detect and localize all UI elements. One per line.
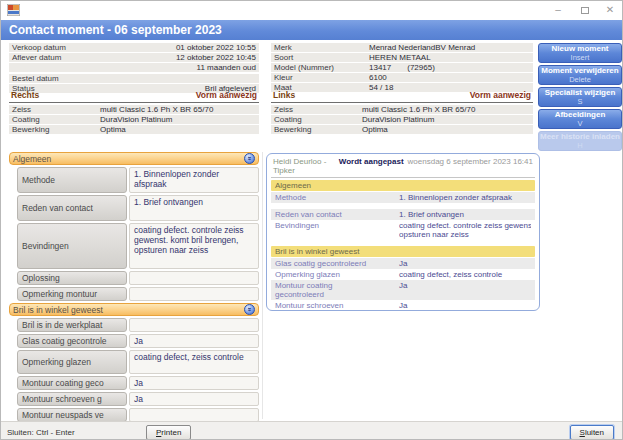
lens-status-badge: Vorm aanwezig [196,90,257,100]
nieuw-moment-button[interactable]: Nieuw moment Insert [538,43,622,63]
info-row: Bestel datum [9,74,259,83]
info-extra: (72965) [407,63,435,72]
opmerking-glazen-input[interactable]: coating defect, zeiss controle [129,350,259,374]
field-montuur-neuspads: Montuur neuspads ve [17,408,259,422]
info-value: HEREN METAAL [369,53,431,62]
bevindingen-input[interactable]: coating defect. controle zeiss gewenst. … [129,223,259,269]
field-bevindingen: Bevindingen coating defect. controle zei… [17,223,259,269]
methode-input[interactable]: 1. Binnenlopen zonder afspraak [129,167,259,193]
oplossing-input[interactable] [129,271,259,285]
field-montuur-schroeven: Montuur schroeven g Ja [17,392,259,406]
afbeeldingen-button[interactable]: Afbeeldingen V [538,109,622,129]
field-label: Opmerking montuur [17,287,127,301]
lens-row: Coating DuraVision Platinum [271,115,533,124]
section-header-bril-winkel: Bril is in winkel geweest » [9,303,259,316]
info-label: Verkoop datum [12,43,66,52]
window-titlebar: – ✕ [1,1,623,20]
history-row: Opmerking glazen coating defect, zeiss c… [271,269,535,280]
history-section-title: Bril is in winkel geweest [271,246,535,257]
app-icon [7,4,20,16]
info-row: 11 maanden oud [9,63,259,72]
opmerking-montuur-input[interactable] [129,287,259,301]
montuur-schroeven-input[interactable]: Ja [129,392,259,406]
history-row: Reden van contact 1. Brief ontvangen [271,209,535,220]
montuur-coating-input[interactable]: Ja [129,376,259,390]
field-methode: Methode 1. Binnenlopen zonder afspraak [17,167,259,193]
history-author: Heidi Deurloo - Tipker [273,157,339,175]
info-value: 6100 [369,73,387,82]
lens-header: Rechts Vorm aanwezig [9,90,259,103]
info-label: Aflever datum [12,53,61,62]
history-timestamp: woensdag 6 september 2023 16:41 [408,157,533,166]
history-row: Montuur coating gecontroleerd Ja [271,280,535,300]
history-header: Heidi Deurloo - Tipker Wordt aangepast w… [271,156,535,178]
specialist-wijzigen-button[interactable]: Specialist wijzigen S [538,87,622,107]
info-value: 01 oktober 2022 10:55 [176,43,256,52]
lens-row: Coating DuraVision Platinum [9,115,259,124]
history-section-title: Algemeen [271,180,535,191]
history-row: Bevindingen coating defect. controle zei… [271,220,535,240]
meer-historie-inladen-button: Meer historie inladen H [538,131,622,151]
info-label: Bestel datum [12,74,59,83]
field-label: Methode [17,167,127,193]
history-status-badge: Wordt aangepast [339,157,404,166]
section-title: Bril is in winkel geweest [13,305,103,315]
field-opmerking-montuur: Opmerking montuur [17,287,259,301]
history-row: Montuur schroeven gecontroleerd Ja [271,300,535,311]
section-title: Algemeen [13,154,51,164]
panel-divider [262,152,263,419]
field-reden-van-contact: Reden van contact 1. Brief ontvangen [17,195,259,221]
info-label: Model (Nummer) [274,63,369,72]
contact-form: Algemeen » Methode 1. Binnenlopen zonder… [9,152,259,440]
moment-verwijderen-button[interactable]: Moment verwijderen Delete [538,65,622,85]
field-label: Opmerking glazen [17,350,127,374]
print-button[interactable]: Printen [146,425,191,440]
info-value: 11 maanden oud [197,63,256,72]
info-row: Merk Menrad NederlandBV Menrad [271,43,533,52]
werkplaats-input[interactable] [129,318,259,332]
field-werkplaats: Bril is in de werkplaat [17,318,259,332]
history-row: Methode 1. Binnenlopen zonder afspraak [271,192,535,203]
info-label: Merk [274,43,369,52]
close-shortcut-hint: Sluiten: Ctrl - Enter [7,428,75,437]
lens-section-rechts: Rechts Vorm aanwezig Zeiss multi Classic… [9,90,259,135]
field-label: Montuur coating geco [17,376,127,390]
lens-status-badge: Vorm aanwezig [470,90,531,100]
lens-row: Bewerking Optima [271,125,533,134]
contact-moment-dialog: { "window": { "title": "Contact moment -… [0,0,623,440]
dialog-title: Contact moment - 06 september 2023 [1,20,623,40]
lens-row: Zeiss multi Classic 1.6 Ph X BR 65/70 [9,105,259,114]
history-panel: Heidi Deurloo - Tipker Wordt aangepast w… [266,153,540,311]
collapse-chevron-icon[interactable]: » [244,153,255,164]
field-montuur-coating: Montuur coating geco Ja [17,376,259,390]
lens-section-links: Links Vorm aanwezig Zeiss multi Classic … [271,90,533,135]
info-row: Soort HEREN METAAL [271,53,533,62]
field-oplossing: Oplossing [17,271,259,285]
lens-title: Rechts [11,90,39,100]
info-row: Verkoop datum 01 oktober 2022 10:55 [9,43,259,52]
maximize-icon[interactable] [577,3,593,18]
montuur-neuspads-input[interactable] [129,408,259,422]
field-label: Montuur neuspads ve [17,408,127,422]
info-value: 12 oktober 2022 10:45 [176,53,256,62]
field-label: Oplossing [17,271,127,285]
field-label: Bevindingen [17,223,127,269]
glas-coating-input[interactable]: Ja [129,334,259,348]
close-dialog-button[interactable]: Sluiten [570,425,614,440]
field-label: Montuur schroeven g [17,392,127,406]
order-dates-section: Verkoop datum 01 oktober 2022 10:55 Afle… [9,43,259,94]
field-opmerking-glazen: Opmerking glazen coating defect, zeiss c… [17,350,259,374]
footer-bar: Sluiten: Ctrl - Enter Printen Sluiten [1,421,623,440]
collapse-chevron-icon[interactable]: » [244,304,255,315]
field-label: Bril is in de werkplaat [17,318,127,332]
lens-row: Bewerking Optima [9,125,259,134]
info-value: Menrad NederlandBV Menrad [369,43,475,52]
info-label: Soort [274,53,369,62]
close-icon[interactable]: ✕ [602,3,618,17]
field-label: Reden van contact [17,195,127,221]
info-row: Aflever datum 12 oktober 2022 10:45 [9,53,259,62]
reden-input[interactable]: 1. Brief ontvangen [129,195,259,221]
lens-title: Links [273,90,295,100]
info-row: Model (Nummer) 13417 (72965) [271,63,533,72]
minimize-icon[interactable]: – [550,3,566,17]
